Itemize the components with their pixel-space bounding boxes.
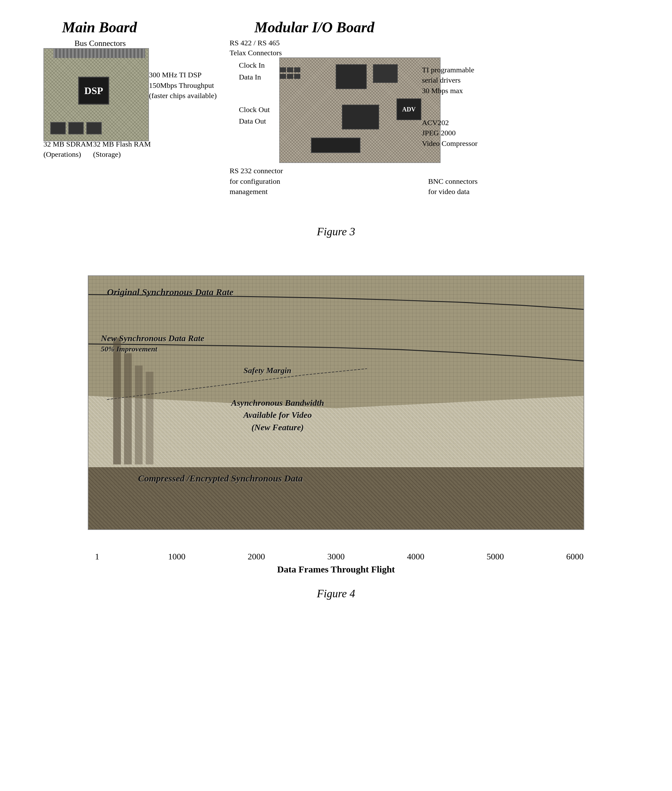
x-label-3000: 3000 <box>327 552 345 562</box>
main-board-image: DSP <box>43 48 149 141</box>
x-label-1: 1 <box>88 552 106 562</box>
clock-in-label: Clock In <box>239 61 265 69</box>
svg-rect-1 <box>124 353 132 464</box>
left-connectors <box>280 67 300 79</box>
x-axis-title: Data Frames Throught Flight <box>277 564 395 574</box>
data-out-label: Data Out <box>239 117 266 125</box>
main-board-section: Main Board Bus Connectors DSP <box>43 19 205 157</box>
modular-board-diagram: ADV RS 422 / RS 465 Telax Connectors Clo… <box>230 39 509 200</box>
x-label-4000: 4000 <box>406 552 425 562</box>
rs232-label: RS 232 connector for configuration manag… <box>230 156 310 197</box>
flash-ram-label: 32 MB Flash RAM (Storage) <box>93 128 151 160</box>
original-sync-label: Original Synchronous Data Rate <box>107 287 234 297</box>
x-label-5000: 5000 <box>486 552 504 562</box>
connector-pin <box>280 74 286 79</box>
figure3-content: Main Board Bus Connectors DSP <box>25 19 647 200</box>
data-in-label: Data In <box>239 73 261 81</box>
adv-chip-label: ADV <box>402 106 415 113</box>
page-container: Main Board Bus Connectors DSP <box>25 19 647 600</box>
svg-rect-0 <box>113 338 121 464</box>
main-board-title: Main Board <box>62 19 137 36</box>
x-label-6000: 6000 <box>566 552 584 562</box>
figure4-section: Original Synchronous Data Rate New Synch… <box>25 275 647 600</box>
chart-wrapper: Original Synchronous Data Rate New Synch… <box>88 275 584 556</box>
dark-chip-3 <box>342 104 379 130</box>
modular-board-title: Modular I/O Board <box>254 19 374 36</box>
dark-chip-2 <box>373 64 398 83</box>
figure3-section: Main Board Bus Connectors DSP <box>25 19 647 238</box>
adv-chip: ADV <box>397 98 421 120</box>
clock-out-label: Clock Out <box>239 106 270 114</box>
main-board-diagram: Bus Connectors DSP <box>43 39 192 157</box>
connector-pin <box>294 74 300 79</box>
connector-pin <box>294 67 300 72</box>
async-label: Asynchronous Bandwidth Available for Vid… <box>231 385 324 433</box>
x-label-2000: 2000 <box>247 552 266 562</box>
chart-container: Original Synchronous Data Rate New Synch… <box>88 275 584 530</box>
connector-row-2 <box>280 74 300 79</box>
acv202-label: ACV202 JPEG 2000 Video Compressor <box>422 107 509 149</box>
spec-300mhz-label: 300 MHz TI DSP 150Mbps Throughput (faste… <box>149 70 227 101</box>
modular-board-section: Modular I/O Board <box>230 19 629 200</box>
connector-row-1 <box>280 67 300 72</box>
bnc-label: BNC connectors for video data <box>428 166 509 197</box>
svg-rect-3 <box>146 372 154 464</box>
new-sync-label: New Synchronous Data Rate <box>101 334 205 343</box>
sdram-label: 32 MB SDRAM (Operations) <box>43 128 93 160</box>
compressed-label: Compressed /Encrypted Synchronous Data <box>138 473 303 484</box>
svg-rect-2 <box>135 366 143 464</box>
connector-pin <box>280 67 286 72</box>
figure4-caption: Figure 4 <box>317 587 355 600</box>
dark-chip-4 <box>311 138 360 153</box>
x-label-1000: 1000 <box>168 552 186 562</box>
figure3-caption: Figure 3 <box>317 225 355 238</box>
dsp-chip: DSP <box>78 77 109 104</box>
modular-board-image: ADV <box>279 58 440 163</box>
rs422-label: RS 422 / RS 465 <box>230 39 280 47</box>
safety-margin-label: Safety Margin <box>243 366 291 375</box>
chart-svg <box>88 276 584 529</box>
dark-chip-1 <box>336 64 367 89</box>
x-axis: 1 1000 2000 3000 4000 5000 6000 Data Fra… <box>88 552 584 574</box>
improvement-label: 50% Improvement <box>101 345 157 353</box>
dsp-chip-label: DSP <box>85 85 103 96</box>
bus-connectors-label: Bus Connectors <box>74 39 126 48</box>
x-axis-labels: 1 1000 2000 3000 4000 5000 6000 <box>88 552 584 562</box>
ti-prog-label: TI programmable serial drivers 30 Mbps m… <box>422 55 509 96</box>
connector-pin <box>287 74 293 79</box>
telax-label: Telax Connectors <box>230 49 282 57</box>
connector-pin <box>287 67 293 72</box>
bus-connectors-area <box>53 49 145 58</box>
